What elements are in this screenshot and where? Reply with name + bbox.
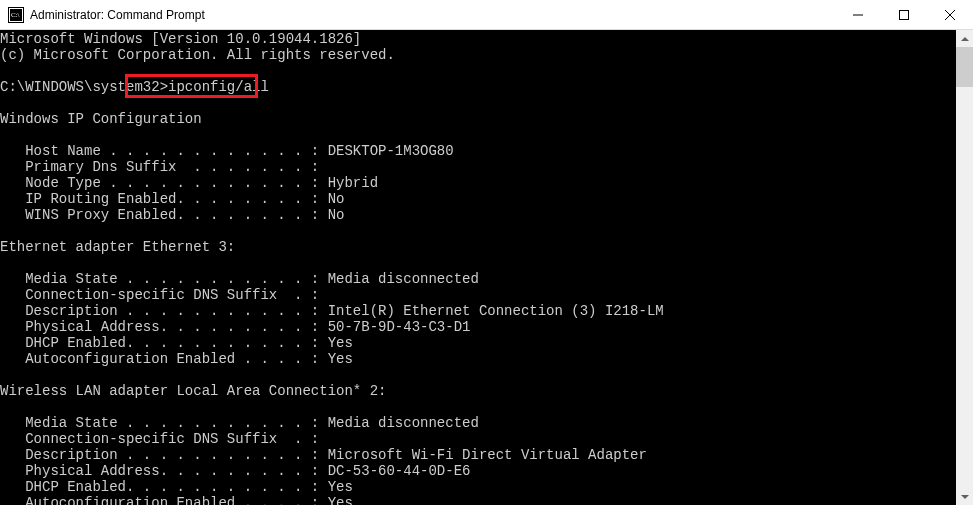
section-wlan-2: Wireless LAN adapter Local Area Connecti… <box>0 383 386 399</box>
wins-proxy-line: WINS Proxy Enabled. . . . . . . . : No <box>0 207 344 223</box>
minimize-button[interactable] <box>835 0 881 30</box>
host-name-line: Host Name . . . . . . . . . . . . : DESK… <box>0 143 454 159</box>
section-ethernet-3: Ethernet adapter Ethernet 3: <box>0 239 235 255</box>
eth3-physical-address: Physical Address. . . . . . . . . : 50-7… <box>0 319 470 335</box>
svg-marker-8 <box>961 37 969 41</box>
svg-marker-9 <box>961 495 969 499</box>
scroll-thumb[interactable] <box>956 47 973 87</box>
maximize-button[interactable] <box>881 0 927 30</box>
section-ip-configuration: Windows IP Configuration <box>0 111 202 127</box>
scroll-track[interactable] <box>956 47 973 488</box>
wlan2-description: Description . . . . . . . . . . . : Micr… <box>0 447 647 463</box>
close-button[interactable] <box>927 0 973 30</box>
terminal-area: Microsoft Windows [Version 10.0.19044.18… <box>0 30 973 505</box>
window-title: Administrator: Command Prompt <box>30 8 835 22</box>
wlan2-dns-suffix: Connection-specific DNS Suffix . : <box>0 431 319 447</box>
line-copyright: (c) Microsoft Corporation. All rights re… <box>0 47 395 63</box>
window-controls <box>835 0 973 29</box>
svg-rect-5 <box>900 11 909 20</box>
titlebar: C:\ Administrator: Command Prompt <box>0 0 973 30</box>
eth3-autoconfiguration: Autoconfiguration Enabled . . . . : Yes <box>0 351 353 367</box>
scroll-down-arrow[interactable] <box>956 488 973 505</box>
primary-dns-line: Primary Dns Suffix . . . . . . . : <box>0 159 319 175</box>
eth3-media-state: Media State . . . . . . . . . . . : Medi… <box>0 271 479 287</box>
eth3-dhcp-enabled: DHCP Enabled. . . . . . . . . . . : Yes <box>0 335 353 351</box>
cmd-icon: C:\ <box>8 7 24 23</box>
wlan2-physical-address: Physical Address. . . . . . . . . : DC-5… <box>0 463 470 479</box>
eth3-description: Description . . . . . . . . . . . : Inte… <box>0 303 664 319</box>
line-version: Microsoft Windows [Version 10.0.19044.18… <box>0 31 361 47</box>
wlan2-dhcp-enabled: DHCP Enabled. . . . . . . . . . . : Yes <box>0 479 353 495</box>
vertical-scrollbar[interactable] <box>956 30 973 505</box>
wlan2-media-state: Media State . . . . . . . . . . . : Medi… <box>0 415 479 431</box>
command-input: ipconfig/all <box>168 79 269 95</box>
prompt-path: C:\WINDOWS\system32 <box>0 79 160 95</box>
wlan2-autoconfiguration: Autoconfiguration Enabled . . . . : Yes <box>0 495 353 505</box>
svg-text:C:\: C:\ <box>11 11 20 19</box>
ip-routing-line: IP Routing Enabled. . . . . . . . : No <box>0 191 344 207</box>
node-type-line: Node Type . . . . . . . . . . . . : Hybr… <box>0 175 378 191</box>
scroll-up-arrow[interactable] <box>956 30 973 47</box>
eth3-dns-suffix: Connection-specific DNS Suffix . : <box>0 287 319 303</box>
prompt-symbol: > <box>160 79 168 95</box>
terminal-output[interactable]: Microsoft Windows [Version 10.0.19044.18… <box>0 30 956 505</box>
